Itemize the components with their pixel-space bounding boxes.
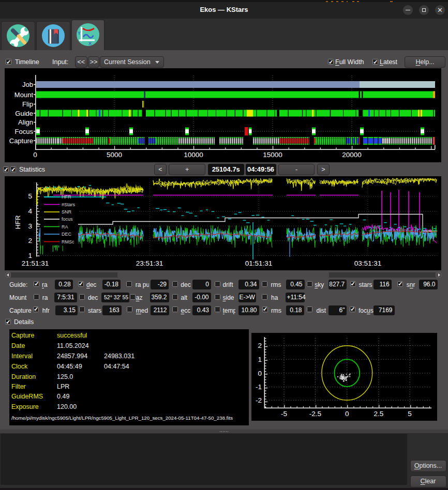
svg-text:2: 2 (258, 342, 262, 349)
svg-text:-5: -5 (281, 410, 287, 418)
svg-text:SNR: SNR (62, 209, 72, 215)
svg-text:Flip: Flip (22, 100, 33, 108)
svg-text:RMSc: RMSc (62, 239, 74, 244)
svg-text:-1: -1 (256, 383, 262, 391)
svg-text:-2: -2 (256, 396, 262, 404)
svg-text:Y: Y (78, 30, 81, 36)
svg-text:Focus: Focus (15, 128, 34, 135)
svg-text:#Stars: #Stars (62, 202, 76, 207)
svg-text:HFR: HFR (14, 216, 22, 229)
svg-text:RA: RA (62, 224, 68, 229)
svg-text:3: 3 (28, 222, 32, 230)
svg-text:03:51:31: 03:51:31 (354, 259, 382, 267)
svg-text:0: 0 (345, 410, 349, 418)
svg-text:5: 5 (28, 192, 32, 200)
svg-text:5000: 5000 (107, 151, 122, 159)
svg-text:0: 0 (33, 151, 37, 159)
svg-text:4: 4 (28, 207, 32, 215)
svg-text:21:51:31: 21:51:31 (22, 259, 49, 267)
svg-text:X: X (88, 41, 92, 46)
svg-text:15000: 15000 (263, 151, 282, 159)
svg-text:0: 0 (258, 370, 262, 377)
svg-text:HFR: HFR (62, 194, 71, 200)
svg-text:-2.5: -2.5 (309, 410, 321, 418)
svg-text:Capture: Capture (9, 137, 33, 145)
svg-text:1: 1 (28, 252, 32, 259)
svg-text:DEC: DEC (62, 232, 72, 237)
svg-text:20000: 20000 (342, 151, 362, 159)
svg-text:10000: 10000 (184, 151, 203, 159)
svg-text:2: 2 (28, 237, 32, 244)
svg-text:5: 5 (408, 410, 412, 418)
svg-text:Guide: Guide (15, 110, 33, 117)
svg-text:2.5: 2.5 (374, 410, 384, 418)
svg-text:01:51:31: 01:51:31 (245, 259, 273, 267)
svg-text:1: 1 (258, 356, 262, 363)
svg-text:focus: focus (62, 217, 73, 222)
svg-text:23:51:31: 23:51:31 (136, 259, 163, 267)
svg-text:Align: Align (18, 118, 33, 126)
svg-text:Job: Job (22, 81, 33, 88)
svg-text:Mount: Mount (14, 91, 34, 99)
